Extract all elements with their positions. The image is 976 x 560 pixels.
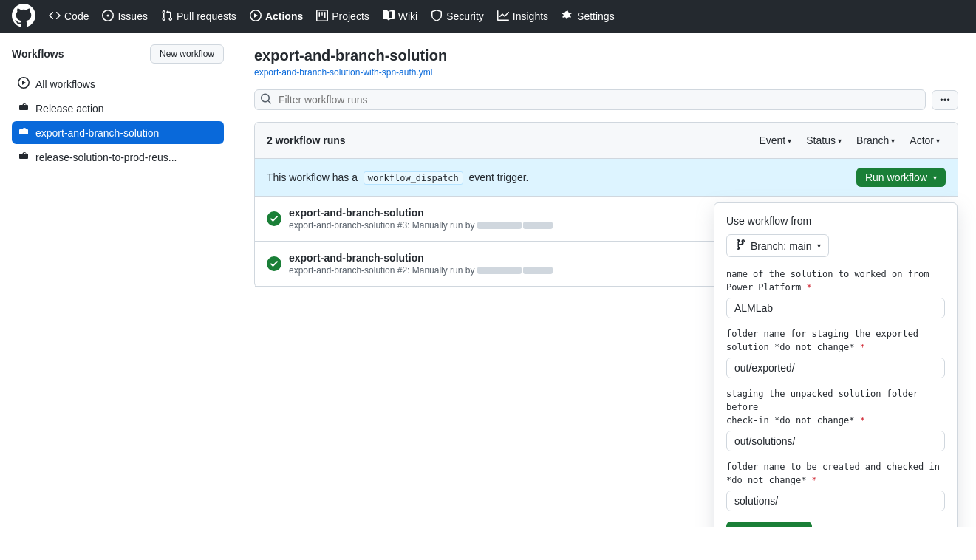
- dispatch-code: workflow_dispatch: [364, 171, 463, 185]
- dispatch-text-after: event trigger.: [469, 171, 529, 183]
- status-label: Status: [806, 134, 836, 146]
- run-user-avatar-2: [477, 267, 553, 274]
- nav-projects-label: Projects: [332, 10, 369, 22]
- field-2-label: folder name for staging the exported sol…: [726, 327, 945, 354]
- field-3-input[interactable]: [726, 431, 945, 451]
- field-2-input[interactable]: [726, 358, 945, 378]
- workflow-icon-3: [18, 150, 30, 164]
- runs-count: 2 workflow runs: [267, 134, 346, 146]
- runs-table: 2 workflow runs Event ▾ Status ▾ Branch …: [254, 122, 958, 287]
- sidebar-item-label: All workflows: [35, 78, 95, 90]
- sidebar-item-release-prod[interactable]: release-solution-to-prod-reus...: [12, 146, 224, 168]
- sidebar-item-export-branch[interactable]: export-and-branch-solution: [12, 121, 224, 144]
- nav-projects[interactable]: Projects: [310, 5, 375, 28]
- nav-issues-label: Issues: [117, 10, 147, 22]
- top-nav: Code Issues Pull requests Actions Projec…: [0, 0, 976, 33]
- run-meta-text-1: export-and-branch-solution #3: Manually …: [289, 220, 474, 231]
- field-4-input[interactable]: [726, 491, 945, 511]
- nav-actions-label: Actions: [265, 10, 303, 22]
- nav-wiki-label: Wiki: [398, 10, 417, 22]
- sidebar-title: Workflows: [12, 48, 64, 60]
- nav-pullrequests[interactable]: Pull requests: [155, 5, 242, 28]
- issue-icon: [102, 10, 114, 24]
- dispatch-text: This workflow has a workflow_dispatch ev…: [267, 171, 528, 183]
- github-logo: [12, 4, 35, 30]
- actor-label: Actor: [910, 134, 934, 146]
- filter-bar: •••: [254, 89, 958, 110]
- nav-code[interactable]: Code: [43, 5, 95, 28]
- success-status-icon: [267, 211, 281, 226]
- branch-filter-button[interactable]: Branch ▾: [850, 132, 901, 149]
- sidebar-item-label: export-and-branch-solution: [35, 127, 159, 139]
- nav-wiki[interactable]: Wiki: [377, 5, 423, 28]
- filter-input-wrap: [254, 89, 926, 110]
- event-filter-button[interactable]: Event ▾: [753, 132, 797, 149]
- runs-filters: Event ▾ Status ▾ Branch ▾ Actor ▾: [753, 132, 946, 149]
- event-chevron-icon: ▾: [788, 137, 791, 145]
- nav-settings-label: Settings: [577, 10, 615, 22]
- sidebar-item-label: release-solution-to-prod-reus...: [35, 151, 177, 163]
- nav-pr-label: Pull requests: [177, 10, 236, 22]
- workflow-active-icon: [18, 126, 30, 140]
- sidebar-item-label: Release action: [35, 103, 104, 115]
- run-meta-text-2: export-and-branch-solution #2: Manually …: [289, 265, 474, 276]
- panel-use-workflow-title: Use workflow from: [726, 215, 945, 227]
- projects-icon: [316, 10, 328, 24]
- run-workflow-chevron-icon: ▾: [933, 174, 937, 182]
- sidebar-header: Workflows New workflow: [12, 44, 224, 64]
- wiki-icon: [383, 10, 395, 24]
- success-status-icon-2: [267, 256, 281, 271]
- filter-input[interactable]: [254, 89, 926, 110]
- branch-label: Branch: [856, 134, 889, 146]
- nav-insights-label: Insights: [513, 10, 548, 22]
- dispatch-banner: This workflow has a workflow_dispatch ev…: [255, 159, 958, 197]
- sidebar-item-all-workflows[interactable]: All workflows: [12, 72, 224, 95]
- workflows-icon: [18, 77, 30, 91]
- dispatch-text-before: This workflow has a: [267, 171, 358, 183]
- nav-security-label: Security: [446, 10, 484, 22]
- field-4-label: folder name to be created and checked in…: [726, 460, 945, 487]
- nav-code-label: Code: [64, 10, 89, 22]
- actor-chevron-icon: ▾: [936, 137, 940, 145]
- runs-header: 2 workflow runs Event ▾ Status ▾ Branch …: [255, 123, 958, 159]
- nav-issues[interactable]: Issues: [96, 5, 153, 28]
- branch-selector[interactable]: Branch: main ▾: [726, 234, 829, 257]
- security-icon: [431, 10, 443, 24]
- nav-insights[interactable]: Insights: [491, 5, 554, 28]
- nav-actions[interactable]: Actions: [244, 5, 309, 28]
- workflow-file[interactable]: export-and-branch-solution-with-spn-auth…: [254, 67, 958, 78]
- more-options-button[interactable]: •••: [932, 90, 958, 110]
- status-chevron-icon: ▾: [838, 137, 842, 145]
- insights-icon: [497, 10, 509, 24]
- main-content: export-and-branch-solution export-and-br…: [236, 33, 976, 527]
- settings-icon: [562, 10, 573, 24]
- nav-settings[interactable]: Settings: [556, 5, 621, 28]
- field-3-label: staging the unpacked solution folder bef…: [726, 387, 945, 427]
- branch-dropdown-chevron-icon: ▾: [817, 242, 821, 250]
- branch-git-icon: [734, 239, 746, 253]
- workflow-dispatch-panel: Use workflow from Branch: main ▾ name of…: [714, 202, 958, 527]
- new-workflow-button[interactable]: New workflow: [150, 44, 224, 64]
- branch-selector-label: Branch: main: [751, 240, 811, 252]
- field-1-input[interactable]: [726, 298, 945, 318]
- actor-filter-button[interactable]: Actor ▾: [904, 132, 946, 149]
- run-workflow-label: Run workflow: [865, 171, 927, 183]
- branch-chevron-icon: ▾: [891, 137, 895, 145]
- workflow-icon: [18, 101, 30, 115]
- nav-security[interactable]: Security: [425, 5, 490, 28]
- workflow-title: export-and-branch-solution: [254, 47, 958, 64]
- status-filter-button[interactable]: Status ▾: [800, 132, 847, 149]
- filter-search-icon: [260, 93, 272, 107]
- event-label: Event: [759, 134, 785, 146]
- run-workflow-submit-button[interactable]: Run workflow: [726, 522, 812, 527]
- pr-icon: [161, 10, 173, 24]
- field-1-label: name of the solution to worked on from P…: [726, 267, 945, 294]
- run-workflow-dropdown-button[interactable]: Run workflow ▾: [856, 168, 946, 187]
- code-icon: [49, 10, 61, 24]
- sidebar-item-release-action[interactable]: Release action: [12, 97, 224, 120]
- actions-icon: [250, 10, 262, 24]
- more-icon: •••: [940, 95, 950, 106]
- run-user-avatar-1: [477, 222, 553, 229]
- sidebar: Workflows New workflow All workflows Rel…: [0, 33, 236, 527]
